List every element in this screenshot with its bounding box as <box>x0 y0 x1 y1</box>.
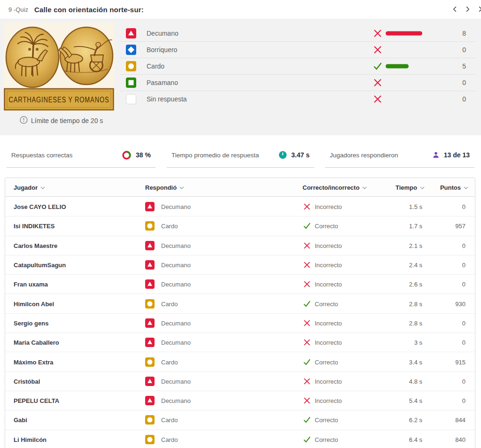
result-icon <box>373 78 382 87</box>
stat-number: 3.47 s <box>291 151 310 159</box>
chevron-down-icon <box>464 186 468 189</box>
points-value: 0 <box>462 397 465 404</box>
table-row[interactable]: Isi INDIKETES Cardo Correcto 1.7 s 957 <box>5 216 475 235</box>
result-icon <box>303 281 310 288</box>
answer-label: Decumano <box>161 242 191 249</box>
answer-shape-icon <box>145 338 155 347</box>
sort-header-respondio[interactable]: Respondió <box>145 178 184 197</box>
answer-label: Decumano <box>161 378 191 385</box>
result-icon <box>373 29 382 38</box>
result-icon <box>303 262 310 269</box>
table-row[interactable]: Himilcon Abel Cardo Correcto 2.8 s 930 <box>5 294 475 313</box>
donut-chart-icon <box>122 150 132 160</box>
stat-value: 38 % <box>122 150 151 160</box>
points-value: 0 <box>462 203 465 210</box>
player-name: Li Himilcón <box>14 436 47 443</box>
answer-label: Decumano <box>161 339 191 346</box>
table-header: Jugador Respondió Correcto/incorrecto Ti… <box>5 178 475 197</box>
answer-label: Cardo <box>161 223 178 230</box>
chevron-down-icon <box>362 186 367 189</box>
prev-question-button[interactable] <box>451 5 458 15</box>
result-icon <box>303 397 310 404</box>
table-row[interactable]: Maria Caballero Decumano Incorrecto 3 s … <box>5 332 475 352</box>
answer-label: Decumano <box>147 30 178 37</box>
time-value: 6.2 s <box>409 417 422 424</box>
answer-row: Decumano 8 <box>120 25 476 41</box>
time-limit-label: Límite de tiempo de 20 s <box>31 117 103 124</box>
answer-count: 0 <box>462 46 466 54</box>
stat-label: Tiempo promedio de respuesta <box>171 152 259 159</box>
result-label: Incorrecto <box>315 281 342 288</box>
sort-header-jugador[interactable]: Jugador <box>14 178 45 197</box>
answer-count: 8 <box>462 30 466 37</box>
answer-label: Cardo <box>161 358 178 365</box>
result-label: Incorrecto <box>315 203 342 210</box>
table-row[interactable]: Gabi Cardo Correcto 6.2 s 844 <box>5 410 475 429</box>
next-question-button[interactable] <box>464 5 471 15</box>
table-row[interactable]: Fran uxama Decumano Incorrecto 2.6 s 0 <box>5 274 475 294</box>
answer-shape-icon <box>145 396 155 405</box>
chevron-down-icon <box>40 186 45 189</box>
time-value: 4.8 s <box>409 378 422 385</box>
stat-correct-answers: Respuestas correctas 38 % <box>7 143 155 168</box>
player-name: Maria Caballero <box>14 339 59 346</box>
table-row[interactable]: Li Himilcón Cardo Correcto 6.4 s 840 <box>5 430 475 448</box>
points-value: 0 <box>462 242 465 249</box>
question-number-label: 9 -Quiz <box>8 6 28 13</box>
player-name: Máximo Extra <box>14 358 54 365</box>
result-label: Correcto <box>315 300 338 307</box>
answer-row: Sin respuesta 0 <box>120 91 476 107</box>
result-label: Correcto <box>315 436 338 443</box>
table-row[interactable]: PEPELU CELTA Decumano Incorrecto 5.4 s 0 <box>5 391 475 410</box>
answer-shape-icon <box>126 61 136 71</box>
answer-label: Decumano <box>161 203 191 210</box>
answer-row: Cardo 5 <box>120 58 476 74</box>
stat-number: 38 % <box>136 151 151 159</box>
chevron-right-icon <box>477 6 481 14</box>
result-icon <box>373 46 382 54</box>
answer-row: Pasamano 0 <box>120 74 476 91</box>
table-row[interactable]: Cristóbal Decumano Incorrecto 4.8 s 0 <box>5 371 475 391</box>
time-value: 6.4 s <box>409 436 422 443</box>
timer-icon <box>279 151 287 159</box>
answer-label: Decumano <box>161 262 191 269</box>
table-row[interactable]: Sergio gens Decumano Incorrecto 2.8 s 0 <box>5 313 475 332</box>
stat-label: Jugadores respondieron <box>330 152 398 159</box>
points-value: 844 <box>455 417 465 424</box>
table-row[interactable]: CatapultumSagun Decumano Incorrecto 2.4 … <box>5 255 475 274</box>
table-row[interactable]: Carlos Maestre Decumano Incorrecto 2.1 s… <box>5 236 475 255</box>
result-icon <box>303 300 310 307</box>
result-label: Incorrecto <box>315 262 342 269</box>
result-label: Correcto <box>315 417 338 424</box>
time-value: 3 s <box>414 339 422 346</box>
question-nav <box>451 0 481 19</box>
time-value: 2.4 s <box>409 262 422 269</box>
answer-shape-icon <box>145 435 155 444</box>
answer-shape-icon <box>145 221 155 231</box>
table-row[interactable]: Jose CAYO LELIO Decumano Incorrecto 1.5 … <box>5 197 475 216</box>
answer-label: Decumano <box>161 281 191 288</box>
sort-header-tiempo[interactable]: Tiempo <box>396 178 425 197</box>
table-row[interactable]: Máximo Extra Cardo Correcto 3.4 s 915 <box>5 352 475 371</box>
answer-label: Decumano <box>161 319 191 326</box>
result-label: Incorrecto <box>315 339 342 346</box>
player-name: Himilcon Abel <box>14 300 54 307</box>
coin-left <box>6 27 59 87</box>
sort-header-puntos[interactable]: Puntos <box>440 178 468 197</box>
chevron-down-icon <box>179 186 184 189</box>
result-icon <box>373 95 382 103</box>
image-caption: CARTHAGINESES Y ROMANOS <box>9 96 109 104</box>
sort-header-correcto[interactable]: Correcto/incorrecto <box>303 178 367 197</box>
answer-count-bar <box>386 31 422 35</box>
time-value: 3.4 s <box>409 358 422 365</box>
result-label: Correcto <box>315 358 338 365</box>
result-label: Correcto <box>315 223 338 230</box>
nav-overflow-button[interactable] <box>476 5 481 15</box>
answer-label: Cardo <box>161 417 178 424</box>
result-label: Incorrecto <box>315 242 342 249</box>
player-name: CatapultumSagun <box>14 262 66 269</box>
chevron-down-icon <box>420 186 425 189</box>
time-value: 2.1 s <box>409 242 422 249</box>
points-value: 957 <box>455 223 465 230</box>
stat-value: 3.47 s <box>279 151 310 159</box>
